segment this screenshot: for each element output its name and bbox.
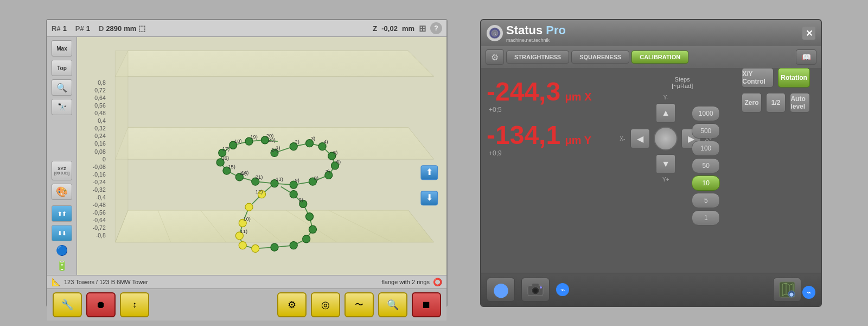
svg-text:-0,16: -0,16	[93, 171, 106, 178]
zoom-in-button[interactable]: 🔍	[52, 79, 72, 96]
y-measurement: -134,1 μm Y +0;9	[487, 122, 601, 157]
svg-text:4): 4)	[323, 139, 328, 145]
settings-tab-button[interactable]: ⚙	[486, 49, 504, 65]
top-button[interactable]: Top	[52, 60, 72, 76]
left-body: Max Top 🔍 🔭 XYZ [09 0.01] 🎨 ⬆⬆ ⬇⬇ 🔵 🔋	[47, 37, 446, 275]
stop-button[interactable]: ⏹	[412, 292, 441, 317]
bluetooth-small-icon[interactable]: ⌁	[556, 283, 569, 296]
p-label: P#	[75, 24, 84, 33]
z-value: -0,02	[381, 24, 398, 33]
svg-text:-0,72: -0,72	[93, 224, 106, 231]
bluetooth-icon[interactable]: 🔵	[56, 244, 68, 256]
book-button[interactable]: 📖	[796, 49, 816, 65]
svg-point-54	[252, 244, 259, 252]
wave-button[interactable]: 〜	[344, 292, 374, 317]
y-plus-label: Y+	[662, 177, 669, 183]
svg-point-98	[540, 286, 542, 289]
p-item: P# 1	[75, 24, 90, 33]
help-button[interactable]: ?	[430, 22, 442, 34]
svg-point-56	[290, 242, 297, 249]
record-button[interactable]: ⏺	[86, 292, 116, 317]
search-button[interactable]: 🔍	[378, 292, 407, 317]
y-unit: μm Y	[565, 134, 592, 146]
svg-text:11): 11)	[240, 228, 248, 234]
tab-squareness[interactable]: SQUARENESS	[571, 51, 629, 64]
camera-footer-icon[interactable]	[521, 278, 550, 302]
svg-text:0,48: 0,48	[94, 110, 106, 116]
right-footer: ⬤ ⌁ ⬤ ⌁	[481, 273, 821, 306]
svg-point-55	[271, 243, 278, 251]
svg-text:⬤: ⬤	[789, 292, 794, 297]
auto-level-button[interactable]: Auto level	[790, 93, 810, 112]
dpad-up[interactable]: ▲	[656, 103, 675, 123]
svg-text:0,32: 0,32	[94, 125, 106, 131]
expand-icon[interactable]: ⊞	[419, 23, 426, 34]
svg-text:-0,64: -0,64	[93, 217, 106, 223]
steps-panel: 1000 500 100 50 10 5 1	[692, 106, 720, 225]
logo-icon: S	[487, 25, 503, 41]
dpad-down[interactable]: ▼	[656, 154, 675, 174]
bluetooth-footer-icon[interactable]: ⬤	[487, 278, 515, 302]
battery-icon: 🔋	[56, 260, 68, 272]
zoom-out-button[interactable]: 🔭	[52, 99, 72, 115]
step-1000[interactable]: 1000	[692, 106, 720, 121]
down-arrow-btn[interactable]: ⬇⬇	[52, 225, 72, 241]
p-value: 1	[86, 24, 90, 33]
y-measurement-line: -134,1 μm Y	[487, 122, 601, 148]
xyz-text: XYZ	[54, 166, 69, 171]
toolbar-bottom: 🔧 ⏺ ↕ ⚙ ◎ 〜 🔍 ⏹	[47, 289, 446, 321]
tools-button[interactable]: 🔧	[53, 292, 82, 317]
svg-text:0,56: 0,56	[94, 102, 106, 109]
right-tabs: ⚙ STRAIGHTNESS SQUARENESS CALIBRATION 📖	[481, 46, 821, 68]
close-button[interactable]: ✕	[802, 27, 815, 40]
svg-text:8): 8)	[314, 175, 318, 181]
left-header: R# 1 P# 1 D 2890 mm ⬚ Z -0,02 mm ⊞ ?	[47, 20, 446, 37]
svg-text:24): 24)	[271, 147, 279, 153]
svg-text:9): 9)	[299, 197, 303, 203]
svg-text:12): 12)	[256, 189, 263, 195]
step-50[interactable]: 50	[692, 158, 720, 173]
footer-right-icon: ⭕	[433, 278, 442, 286]
xy-control-button[interactable]: X/Y Control	[742, 68, 774, 87]
step-5[interactable]: 5	[692, 193, 720, 208]
tab-calibration[interactable]: CALIBRATION	[631, 51, 688, 64]
d-value: 2890	[106, 24, 122, 33]
svg-text:5): 5)	[333, 149, 337, 155]
svg-point-50	[245, 203, 253, 211]
max-button[interactable]: Max	[52, 40, 72, 57]
z-unit: mm	[402, 24, 414, 33]
x-sub: +0;5	[489, 106, 601, 114]
map-footer-icon[interactable]: ⬤	[773, 278, 801, 302]
svg-marker-0	[115, 210, 433, 242]
svg-point-96	[533, 289, 538, 293]
title-block: Status Pro machine.net.technik	[506, 23, 566, 43]
svg-rect-97	[532, 284, 539, 286]
measure-button[interactable]: ↕	[120, 292, 149, 317]
step-100[interactable]: 100	[692, 141, 720, 156]
settings-button[interactable]: ⚙	[277, 292, 307, 317]
bluetooth-map-icon[interactable]: ⌁	[802, 286, 815, 299]
svg-text:16): 16)	[222, 155, 229, 161]
half-button[interactable]: 1/2	[766, 93, 786, 112]
svg-point-53	[239, 242, 246, 249]
svg-text:9): 9)	[295, 177, 299, 183]
rings-button[interactable]: ◎	[311, 292, 340, 317]
tab-straightness[interactable]: STRAIGHTNESS	[506, 51, 569, 64]
step-10[interactable]: 10	[692, 175, 720, 191]
svg-text:⬇: ⬇	[426, 192, 433, 202]
zero-button[interactable]: Zero	[742, 93, 762, 112]
rotation-button[interactable]: Rotation	[778, 68, 810, 87]
svg-text:17): 17)	[222, 146, 230, 152]
dpad-left[interactable]: ◀	[630, 129, 650, 148]
step-500[interactable]: 500	[692, 123, 720, 139]
d-item: D 2890 mm ⬚	[99, 24, 145, 33]
svg-text:-0,56: -0,56	[93, 209, 106, 216]
x-unit: μm X	[565, 91, 592, 103]
up-arrow-btn[interactable]: ⬆⬆	[52, 205, 72, 222]
color-button[interactable]: 🎨	[52, 184, 72, 200]
xyz-button[interactable]: XYZ [09 0.01]	[52, 161, 72, 180]
right-content: -244,3 μm X +0;5 -134,1 μm Y +0;9 Steps …	[481, 68, 731, 273]
step-1[interactable]: 1	[692, 210, 720, 225]
r-value: 1	[63, 24, 67, 33]
svg-point-58	[309, 225, 316, 233]
